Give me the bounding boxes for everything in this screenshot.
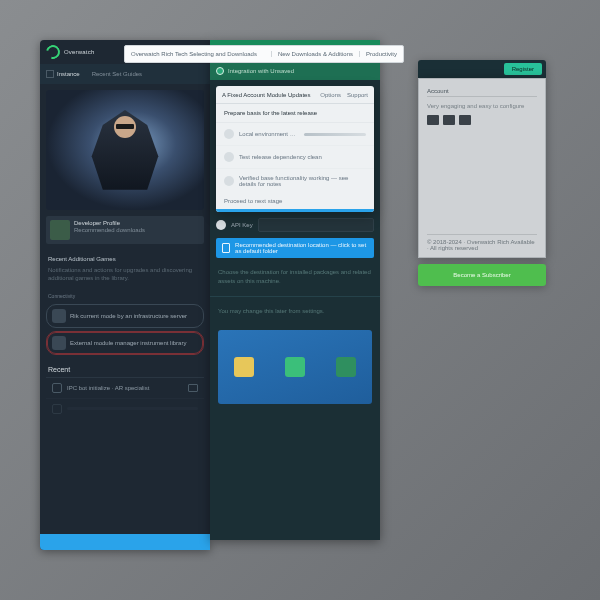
placeholder-icon <box>52 404 62 414</box>
hero-image <box>46 90 204 210</box>
cta-label: Recommended destination location — click… <box>235 242 368 254</box>
key-icon <box>216 220 226 230</box>
row-label: Local environment distribution <box>239 131 299 137</box>
bot-icon <box>52 383 62 393</box>
cube-icon <box>46 70 54 78</box>
connectivity-item-0[interactable]: Rik current mode by an infrastructure se… <box>46 304 204 328</box>
hero-glasses <box>116 124 134 129</box>
card-banner: Prepare basis for the latest release <box>216 104 374 123</box>
aux-card: Account Very engaging and easy to config… <box>418 78 546 258</box>
aux-head: Account <box>427 85 537 97</box>
social-icon-3[interactable] <box>459 115 471 125</box>
main-subheader: Integration with Unsaved <box>210 62 380 80</box>
folder-icon <box>222 243 230 253</box>
section-body: Notifications and actions for upgrades a… <box>40 266 210 289</box>
sidebar: Overwatch Instance Recent Set Guides Dev… <box>40 40 210 550</box>
step-icon <box>224 152 234 162</box>
row-label: Verified base functionality working — se… <box>239 175 366 187</box>
profile-sub: Recommended downloads <box>74 227 145 233</box>
urlbar-seg-2: New Downloads & Additions <box>271 51 359 57</box>
api-key-row: API Key <box>216 218 374 232</box>
social-icon-2[interactable] <box>443 115 455 125</box>
profile-title: Developer Profile <box>74 220 145 226</box>
body-para-2: You may change this later from settings. <box>210 301 380 322</box>
card-title: A Fixed Account Module Updates <box>222 92 310 98</box>
placeholder-bar <box>67 407 198 410</box>
body-para-1: Choose the destination for installed pac… <box>210 262 380 292</box>
card-footer: Proceed to next stage <box>216 193 374 209</box>
sidebar-tab-instance[interactable]: Instance <box>40 64 86 84</box>
api-key-input[interactable] <box>258 218 374 232</box>
item-label: Rik current mode by an infrastructure se… <box>70 313 187 319</box>
recent-item-placeholder <box>46 398 204 419</box>
step-icon <box>224 176 234 186</box>
card-row-1[interactable]: Test release dependency clean <box>216 146 374 169</box>
app-name: Overwatch <box>64 49 94 55</box>
card-accent <box>216 209 374 212</box>
aux-panel: Register Account Very engaging and easy … <box>418 60 546 286</box>
connectivity-item-1[interactable]: External module manager instrument libra… <box>46 331 204 355</box>
sidebar-tab-recent[interactable]: Recent Set Guides <box>86 64 148 84</box>
tab-label: Recent Set Guides <box>92 71 142 77</box>
leaf-icon <box>285 357 305 377</box>
divider <box>210 296 380 297</box>
main-sub-text: Integration with Unsaved <box>228 68 294 74</box>
progress-bar <box>304 133 366 136</box>
package-icon <box>52 336 66 350</box>
section-sub: Connectivity <box>40 289 210 301</box>
profile-thumb-icon <box>50 220 70 240</box>
recent-header: Recent <box>40 358 210 377</box>
sidebar-accent-bar <box>40 534 210 550</box>
recent-item-0[interactable]: IPC bot initialize · AR specialist <box>46 377 204 398</box>
shield-icon <box>234 357 254 377</box>
sidebar-tabs: Instance Recent Set Guides <box>40 64 210 84</box>
subscribe-button[interactable]: Become a Subscriber <box>418 264 546 286</box>
social-icon-1[interactable] <box>427 115 439 125</box>
aux-blurb: Very engaging and easy to configure <box>427 103 537 109</box>
aux-icon-row <box>427 115 537 125</box>
card-link-support[interactable]: Support <box>347 92 368 98</box>
profile-card[interactable]: Developer Profile Recommended downloads <box>46 216 204 244</box>
field-label: API Key <box>231 222 253 228</box>
card-row-0[interactable]: Local environment distribution <box>216 123 374 146</box>
badge-icon <box>188 384 198 392</box>
urlbar-seg-3: Productivity <box>359 51 403 57</box>
main-panel: Installation Summary Integration with Un… <box>210 40 380 540</box>
aux-titlebar: Register <box>418 60 546 78</box>
section-title: Recent Additional Games <box>40 248 210 266</box>
card-link-options[interactable]: Options <box>320 92 341 98</box>
update-card: A Fixed Account Module Updates Options S… <box>216 86 374 212</box>
cloud-icon <box>336 357 356 377</box>
app-logo-icon <box>43 42 62 61</box>
status-dot-icon <box>216 67 224 75</box>
aux-footer: © 2018-2024 · Overwatch Rich Available ·… <box>427 234 537 251</box>
server-icon <box>52 309 66 323</box>
subscribe-label: Become a Subscriber <box>453 272 510 278</box>
register-button[interactable]: Register <box>504 63 542 75</box>
recent-label: IPC bot initialize · AR specialist <box>67 385 149 391</box>
card-row-2[interactable]: Verified base functionality working — se… <box>216 169 374 193</box>
address-bar[interactable]: Overwatch Rich Tech Selecting and Downlo… <box>124 45 404 63</box>
feature-tile[interactable] <box>218 330 372 404</box>
tab-label: Instance <box>57 71 80 77</box>
urlbar-seg-main: Overwatch Rich Tech Selecting and Downlo… <box>125 51 271 57</box>
primary-cta[interactable]: Recommended destination location — click… <box>216 238 374 258</box>
row-label: Test release dependency clean <box>239 154 322 160</box>
step-icon <box>224 129 234 139</box>
item-label: External module manager instrument libra… <box>70 340 186 346</box>
register-label: Register <box>512 66 534 72</box>
